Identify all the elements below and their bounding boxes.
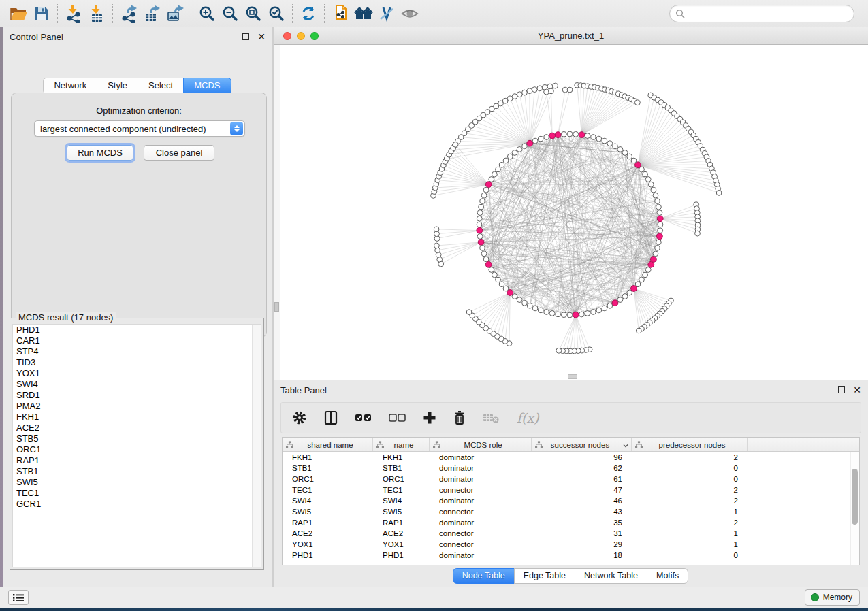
- network-node[interactable]: [489, 267, 494, 273]
- network-node[interactable]: [503, 158, 509, 163]
- add-column-icon[interactable]: [423, 408, 436, 428]
- network-node[interactable]: [549, 311, 555, 316]
- network-hub-node[interactable]: [573, 312, 579, 318]
- network-vscroll-thumb[interactable]: [274, 302, 279, 312]
- network-hub-node[interactable]: [478, 240, 484, 246]
- mcds-result-item[interactable]: GCR1: [13, 499, 261, 510]
- network-node[interactable]: [512, 150, 517, 156]
- tab-select[interactable]: Select: [138, 78, 184, 94]
- network-node[interactable]: [656, 204, 662, 210]
- import-table-icon[interactable]: [85, 3, 108, 24]
- network-node[interactable]: [645, 177, 651, 182]
- tab-mcds[interactable]: MCDS: [183, 78, 231, 94]
- network-node[interactable]: [561, 312, 566, 318]
- network-node[interactable]: [573, 131, 579, 137]
- network-node[interactable]: [585, 311, 590, 316]
- network-node[interactable]: [527, 88, 532, 94]
- mcds-result-item[interactable]: PMA2: [13, 401, 261, 412]
- network-node[interactable]: [479, 204, 484, 210]
- table-row[interactable]: RAP1RAP1dominator352: [283, 517, 859, 528]
- network-node[interactable]: [522, 90, 528, 95]
- table-row[interactable]: YOX1YOX1connector291: [283, 539, 859, 550]
- share-document-icon[interactable]: [329, 3, 352, 24]
- tab-edge-table[interactable]: Edge Table: [514, 568, 575, 584]
- network-node[interactable]: [635, 282, 641, 287]
- table-scrollbar[interactable]: [850, 452, 859, 565]
- network-node[interactable]: [453, 142, 458, 148]
- network-node[interactable]: [496, 277, 501, 282]
- network-node[interactable]: [617, 147, 623, 152]
- network-node[interactable]: [639, 277, 645, 282]
- mcds-result-item[interactable]: RAP1: [13, 455, 261, 466]
- export-network-icon[interactable]: [117, 3, 140, 24]
- tab-style[interactable]: Style: [97, 78, 138, 94]
- network-node[interactable]: [653, 193, 658, 198]
- network-node[interactable]: [517, 297, 522, 303]
- task-history-button[interactable]: [8, 590, 29, 605]
- network-node[interactable]: [553, 83, 558, 88]
- network-node[interactable]: [561, 131, 566, 137]
- network-node[interactable]: [643, 171, 648, 177]
- mcds-result-item[interactable]: TID3: [13, 357, 261, 368]
- network-node[interactable]: [532, 306, 538, 311]
- network-node[interactable]: [631, 158, 637, 163]
- mcds-result-item[interactable]: SWI5: [13, 477, 261, 488]
- network-node[interactable]: [567, 87, 573, 93]
- network-node[interactable]: [607, 303, 613, 308]
- table-settings-icon[interactable]: [292, 408, 307, 428]
- network-node[interactable]: [648, 182, 654, 187]
- close-panel-button[interactable]: Close panel: [144, 145, 214, 161]
- table-row[interactable]: TEC1TEC1connector472: [283, 484, 859, 495]
- network-hub-node[interactable]: [657, 216, 663, 222]
- network-node[interactable]: [480, 246, 485, 251]
- network-hub-node[interactable]: [651, 257, 657, 263]
- network-node[interactable]: [434, 243, 440, 248]
- network-node[interactable]: [466, 310, 472, 315]
- mcds-result-item[interactable]: STB1: [13, 466, 261, 477]
- network-hub-node[interactable]: [527, 140, 533, 146]
- network-node[interactable]: [522, 144, 528, 149]
- table-row[interactable]: STB1STB1dominator620: [283, 463, 859, 474]
- eye-icon[interactable]: [398, 3, 421, 24]
- column-header-MCDS-role[interactable]: MCDS role: [430, 438, 532, 451]
- close-panel-icon[interactable]: ✕: [257, 33, 266, 40]
- mcds-result-item[interactable]: SWI4: [13, 379, 261, 390]
- network-node[interactable]: [655, 199, 660, 204]
- export-image-icon[interactable]: [163, 3, 187, 24]
- network-node[interactable]: [602, 138, 607, 144]
- table-row[interactable]: ACE2ACE2connector311: [283, 528, 859, 539]
- mcds-result-item[interactable]: SRD1: [13, 390, 261, 401]
- network-node[interactable]: [489, 177, 494, 182]
- network-node[interactable]: [635, 100, 641, 105]
- network-node[interactable]: [657, 210, 662, 216]
- close-panel-icon[interactable]: ✕: [853, 386, 861, 393]
- zoom-out-icon[interactable]: [219, 3, 242, 24]
- network-node[interactable]: [477, 210, 483, 216]
- network-node[interactable]: [532, 138, 538, 144]
- network-hub-node[interactable]: [657, 233, 663, 240]
- network-hub-node[interactable]: [612, 300, 618, 306]
- open-session-icon[interactable]: [7, 3, 30, 24]
- mcds-result-item[interactable]: ACE2: [13, 423, 261, 433]
- network-node[interactable]: [481, 193, 487, 198]
- network-hub-node[interactable]: [485, 261, 492, 267]
- network-node[interactable]: [544, 135, 549, 140]
- network-node[interactable]: [613, 144, 618, 149]
- network-node[interactable]: [538, 136, 543, 142]
- network-node[interactable]: [492, 272, 498, 278]
- network-node[interactable]: [527, 303, 532, 308]
- save-session-icon[interactable]: [30, 3, 53, 24]
- network-node[interactable]: [658, 228, 663, 233]
- network-node[interactable]: [549, 88, 554, 94]
- table-row[interactable]: PHD1PHD1dominator180: [283, 550, 859, 561]
- memory-button[interactable]: Memory: [805, 589, 860, 606]
- table-row[interactable]: FKH1FKH1dominator962: [283, 452, 859, 463]
- network-node[interactable]: [480, 199, 485, 204]
- network-node[interactable]: [517, 92, 522, 97]
- table-row[interactable]: SWI4SWI4dominator462: [283, 495, 859, 506]
- mcds-result-item[interactable]: CAR1: [13, 335, 261, 346]
- network-node[interactable]: [636, 328, 641, 333]
- network-node[interactable]: [512, 94, 517, 99]
- mcds-result-item[interactable]: STP4: [13, 346, 261, 357]
- column-header-shared-name[interactable]: shared name: [283, 438, 373, 451]
